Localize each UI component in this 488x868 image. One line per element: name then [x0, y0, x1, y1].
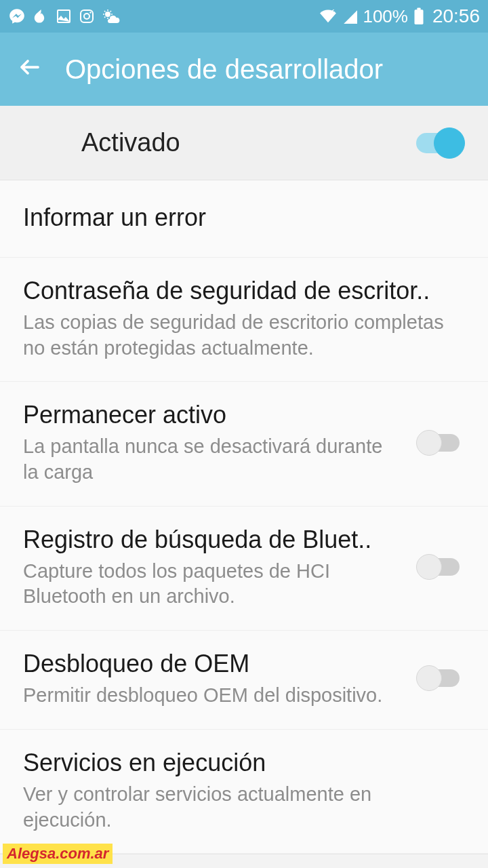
row-subtitle: Ver y controlar servicios actualmente en…	[23, 782, 465, 833]
back-icon[interactable]	[18, 55, 42, 83]
status-bar: 100% 20:56	[0, 0, 488, 33]
status-right: 100% 20:56	[319, 5, 480, 27]
bt-hci-toggle[interactable]	[416, 553, 465, 580]
master-toggle-row[interactable]: Activado	[0, 106, 488, 180]
page-title: Opciones de desarrollador	[65, 54, 383, 85]
row-stay-awake[interactable]: Permanecer activo La pantalla nunca se d…	[0, 382, 488, 506]
status-left	[8, 7, 121, 25]
messenger-icon	[8, 7, 26, 25]
master-toggle[interactable]	[411, 127, 465, 159]
row-subtitle: Las copias de seguridad de escritorio co…	[23, 310, 465, 361]
row-title: Contraseña de seguridad de escritor..	[23, 275, 465, 306]
stay-awake-toggle[interactable]	[416, 429, 465, 456]
row-subtitle: Capture todos los paquetes de HCI Blueto…	[23, 559, 403, 610]
image-icon	[56, 8, 72, 24]
battery-percent: 100%	[363, 6, 408, 27]
oem-unlock-toggle[interactable]	[416, 665, 465, 692]
tinder-icon	[33, 7, 49, 25]
instagram-icon	[79, 8, 95, 24]
row-subtitle: La pantalla nunca se desactivará durante…	[23, 434, 403, 485]
row-subtitle: Permitir desbloqueo OEM del dispositivo.	[23, 683, 403, 709]
settings-list: Informar un error Contraseña de segurida…	[0, 180, 488, 868]
row-title: Servicios en ejecución	[23, 747, 465, 778]
app-bar: Opciones de desarrollador	[0, 33, 488, 106]
row-title: Informar un error	[23, 198, 465, 237]
row-title: Registro de búsqueda de Bluet..	[23, 524, 403, 555]
row-title: Permanecer activo	[23, 399, 403, 430]
svg-rect-6	[417, 8, 420, 10]
clock: 20:56	[432, 5, 480, 27]
battery-icon	[413, 7, 424, 25]
svg-point-4	[105, 12, 110, 17]
svg-point-3	[89, 12, 91, 13]
row-backup-password[interactable]: Contraseña de seguridad de escritor.. La…	[0, 258, 488, 382]
watermark: Alegsa.com.ar	[3, 844, 113, 864]
weather-icon	[102, 8, 121, 24]
wifi-icon	[319, 9, 337, 24]
svg-point-2	[84, 14, 89, 19]
row-running-services[interactable]: Servicios en ejecución Ver y controlar s…	[0, 730, 488, 854]
row-bug-report[interactable]: Informar un error	[0, 180, 488, 258]
row-title: Desbloqueo de OEM	[23, 648, 403, 679]
row-oem-unlock[interactable]: Desbloqueo de OEM Permitir desbloqueo OE…	[0, 631, 488, 730]
svg-rect-5	[414, 9, 423, 24]
signal-icon	[342, 9, 357, 24]
row-bt-hci-log[interactable]: Registro de búsqueda de Bluet.. Capture …	[0, 507, 488, 631]
master-toggle-label: Activado	[81, 128, 180, 157]
